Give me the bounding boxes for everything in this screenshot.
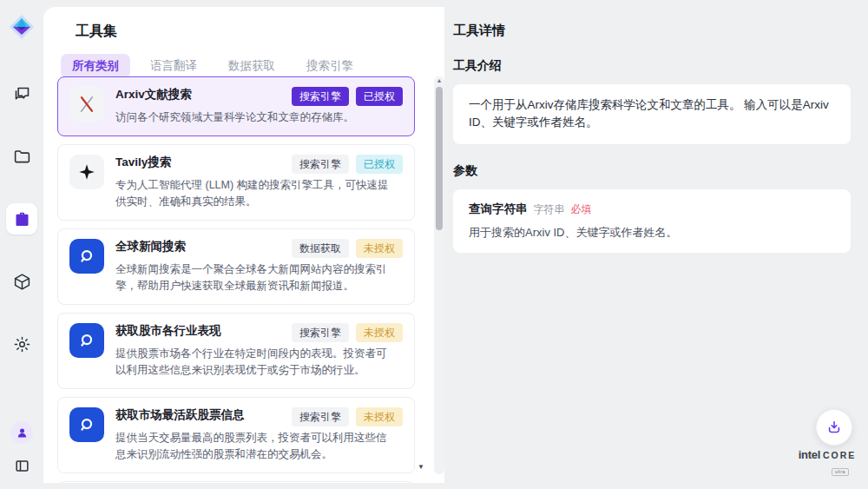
category-badge: 搜索引擎 [292,87,349,106]
tool-name: Arxiv文献搜索 [115,87,192,102]
auth-status-badge: 未授权 [356,407,403,426]
auth-status-badge: 已授权 [356,155,403,174]
ultra-badge: ultra [832,468,849,476]
param-name: 查询字符串 [469,202,528,217]
intel-wordmark: intel [799,448,820,461]
sidebar-item-chat[interactable] [6,78,37,109]
tool-name: 获取股市各行业表现 [115,323,221,339]
news-service-icon [69,323,104,358]
download-icon [825,419,843,436]
tool-name: Tavily搜索 [115,155,171,170]
tool-description: 专为人工智能代理 (LLM) 构建的搜索引擎工具，可快速提供实时、准确和真实的结… [115,177,403,210]
tool-card-arxiv[interactable]: Arxiv文献搜索 搜索引擎 已授权 访问各个研究领域大量科学论文和文章的存储库… [57,76,415,136]
tool-description: 提供当天交易量最高的股票列表，投资者可以利用这些信息来识别流动性强的股票和潜在的… [115,430,403,463]
tool-description: 访问各个研究领域大量科学论文和文章的存储库。 [115,109,403,126]
tab-language-translation[interactable]: 语言翻译 [139,54,208,78]
intro-box: 一个用于从Arxiv存储库搜索科学论文和文章的工具。 输入可以是Arxiv ID… [453,84,851,144]
category-badge: 数据获取 [292,239,349,258]
scroll-up-arrow-icon[interactable]: ▲ [434,77,444,83]
folder-icon [13,148,31,166]
gear-icon [13,335,31,354]
scrollbar-thumb[interactable] [436,87,443,230]
collapse-sidebar-button[interactable] [10,454,33,477]
page-title: 工具集 [76,23,117,41]
app-gem-logo-icon[interactable] [9,14,35,40]
tool-card-regional-news[interactable]: 万维地区新闻查询 搜索引擎 未授权 查询具体行政区划内的新闻，快速了解各地新闻动 [57,481,415,483]
category-badge: 搜索引擎 [292,407,349,426]
sidebar-item-files[interactable] [6,141,37,172]
tool-name: 获取市场最活跃股票信息 [115,407,245,423]
auth-status-badge: 未授权 [356,323,403,342]
scroll-down-arrow-icon[interactable]: ▼ [418,463,424,471]
param-type: 字符串 [534,202,565,217]
sidebar-item-packages[interactable] [6,266,37,297]
param-box: 查询字符串 字符串 必填 用于搜索的Arxiv ID、关键字或作者姓名。 [453,189,851,253]
tool-card-tavily[interactable]: Tavily搜索 搜索引擎 已授权 专为人工智能代理 (LLM) 构建的搜索引擎… [57,144,415,221]
sidebar-item-tools[interactable] [6,203,37,235]
tool-card-most-active-stocks[interactable]: 获取市场最活跃股票信息 搜索引擎 未授权 提供当天交易量最高的股票列表，投资者可… [57,397,415,473]
user-avatar[interactable] [10,421,33,444]
core-wordmark: CORE [823,450,856,460]
chat-icon [13,85,31,103]
tools-panel: 工具集 所有类别 语言翻译 数据获取 搜索引擎 Arxiv文献搜索 搜索引擎 已… [43,7,444,483]
intel-core-logo: intel CORE ultra [799,448,856,477]
tool-description: 全球新闻搜索是一个聚合全球各大新闻网站内容的搜索引擎，帮助用户快速获取全球最新资… [115,261,403,294]
tab-data-fetch[interactable]: 数据获取 [217,54,286,78]
category-badge: 搜索引擎 [292,323,349,342]
param-description: 用于搜索的Arxiv ID、关键字或作者姓名。 [469,225,835,241]
sidebar-item-settings[interactable] [6,328,37,360]
news-service-icon [69,239,104,274]
arxiv-logo-icon [69,87,104,122]
params-heading: 参数 [453,163,851,179]
download-button[interactable] [816,409,852,446]
tool-detail-panel: 工具详情 工具介绍 一个用于从Arxiv存储库搜索科学论文和文章的工具。 输入可… [444,7,868,483]
detail-title: 工具详情 [453,23,851,39]
toolbox-icon [13,210,31,228]
news-service-icon [69,407,104,442]
tool-card-global-news[interactable]: 全球新闻搜索 数据获取 未授权 全球新闻搜索是一个聚合全球各大新闻网站内容的搜索… [57,228,415,305]
category-badge: 搜索引擎 [292,155,349,174]
user-avatar-icon [16,426,29,439]
cube-icon [13,273,31,291]
tool-name: 全球新闻搜索 [115,239,186,254]
tab-all-categories[interactable]: 所有类别 [61,54,130,78]
left-rail [0,0,43,489]
tool-card-sector-performance[interactable]: 获取股市各行业表现 搜索引擎 未授权 提供股票市场各个行业在特定时间段内的表现。… [57,313,415,389]
intro-heading: 工具介绍 [453,58,851,74]
list-scrollbar[interactable]: ▲ [434,76,444,474]
tab-search-engine[interactable]: 搜索引擎 [295,54,365,78]
tavily-star-icon [69,155,104,189]
category-tabs: 所有类别 语言翻译 数据获取 搜索引擎 [61,54,365,78]
tool-card-list: Arxiv文献搜索 搜索引擎 已授权 访问各个研究领域大量科学论文和文章的存储库… [57,76,415,483]
intro-text: 一个用于从Arxiv存储库搜索科学论文和文章的工具。 输入可以是Arxiv ID… [469,96,835,132]
auth-status-badge: 已授权 [356,87,403,106]
panel-toggle-icon [14,458,30,474]
tool-description: 提供股票市场各个行业在特定时间段内的表现。投资者可以利用这些信息来识别表现优于或… [115,346,403,379]
auth-status-badge: 未授权 [356,239,403,258]
param-required-badge: 必填 [571,202,592,217]
